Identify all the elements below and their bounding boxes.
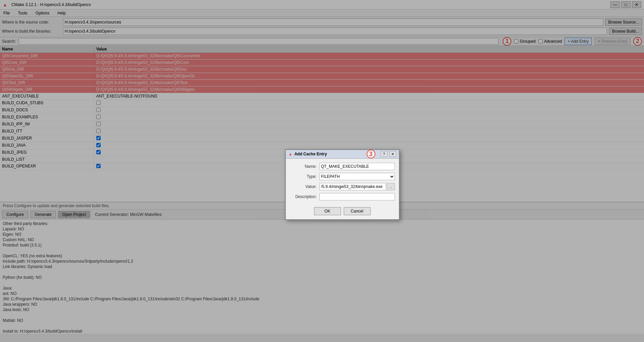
- modal-name-input[interactable]: [319, 163, 395, 170]
- modal-icon: ▲: [289, 152, 293, 156]
- modal-description-field: Description:: [290, 193, 395, 200]
- modal-cancel-button[interactable]: Cancel: [344, 207, 371, 215]
- modal-value-label: Value:: [290, 184, 317, 189]
- modal-help-button[interactable]: ?: [381, 151, 387, 157]
- modal-description-input[interactable]: [319, 193, 395, 200]
- modal-type-label: Type:: [290, 174, 317, 179]
- modal-title: Add Cache Entry: [294, 152, 368, 156]
- modal-type-select[interactable]: FILEPATH STRING BOOL PATH: [319, 173, 395, 180]
- modal-name-label: Name:: [290, 164, 317, 169]
- modal-ok-button[interactable]: OK: [314, 207, 341, 215]
- modal-type-field: Type: FILEPATH STRING BOOL PATH: [290, 173, 395, 180]
- modal-overlay: ▲ Add Cache Entry 3 ? ✕ Name: Type: FILE…: [0, 0, 644, 342]
- modal-value-browse-button[interactable]: ..: [387, 183, 395, 190]
- modal-body: Name: Type: FILEPATH STRING BOOL PATH Va…: [286, 159, 399, 204]
- modal-footer: OK Cancel: [286, 204, 399, 219]
- modal-description-label: Description:: [290, 194, 317, 199]
- modal-close-button[interactable]: ✕: [389, 151, 396, 157]
- modal-name-field: Name:: [290, 163, 395, 170]
- modal-value-input[interactable]: [319, 183, 386, 190]
- modal-value-field: Value: ..: [290, 183, 395, 190]
- add-cache-entry-dialog: ▲ Add Cache Entry 3 ? ✕ Name: Type: FILE…: [285, 149, 400, 220]
- annotation-3: 3: [367, 150, 375, 158]
- modal-title-bar: ▲ Add Cache Entry 3 ? ✕: [286, 150, 399, 159]
- modal-value-group: ..: [319, 183, 395, 190]
